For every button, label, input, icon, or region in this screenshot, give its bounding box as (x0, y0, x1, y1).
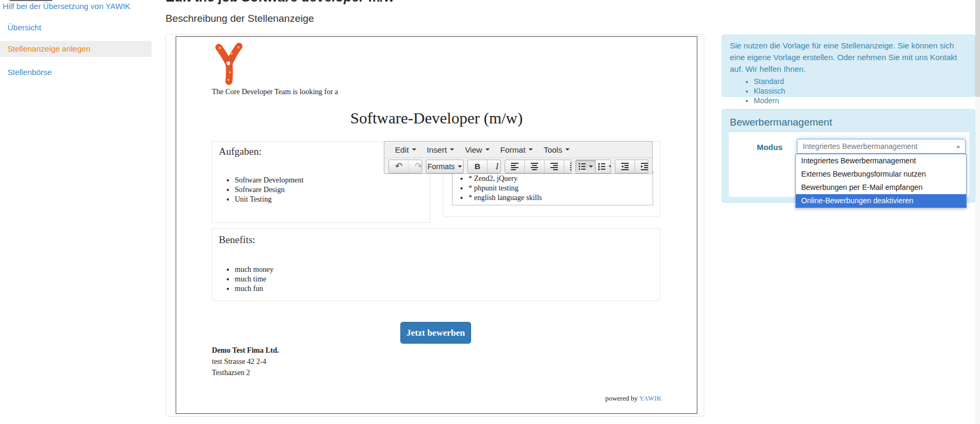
menu-label: Tools (543, 145, 562, 154)
align-left-button[interactable] (505, 160, 524, 173)
numbered-list-icon (598, 162, 605, 171)
align-center-icon (530, 162, 539, 171)
apply-button[interactable]: Jetzt bewerben (400, 322, 471, 344)
chevron-down-icon (565, 148, 570, 151)
company-name: Demo Test Fima Ltd. (212, 346, 279, 355)
editor-toolbar: EditInsertViewFormatTools ↶ ↷ Formats B … (384, 141, 653, 174)
template-link-modern[interactable]: Modern (754, 96, 779, 105)
align-right-button[interactable] (544, 160, 564, 173)
job-title: Software-Developer (m/w) (176, 109, 697, 127)
undo-button[interactable]: ↶ (389, 160, 408, 173)
outdent-button[interactable] (615, 160, 635, 173)
benefit-item: much fun (235, 284, 274, 294)
company-city: Testhazsen 2 (212, 369, 279, 377)
template-info-box: Sie nutzen die Vorlage für eine Stellena… (722, 35, 975, 97)
page-title-jobname: Software developer (242, 0, 365, 4)
align-justify-button[interactable] (564, 160, 572, 173)
requirements-editable-area[interactable]: * Zend2, jQuery* phpunit testing* englis… (452, 171, 653, 205)
job-preview-panel: The Core Developer Team is looking for a… (166, 34, 704, 417)
bold-icon: B (474, 162, 480, 171)
italic-icon: I (496, 162, 498, 171)
align-left-icon (510, 162, 519, 171)
scrollbar-thumb[interactable] (975, 0, 980, 97)
menu-insert[interactable]: Insert (422, 143, 460, 156)
template-link-item: Modern (754, 96, 967, 105)
modus-select-value: Integriertes Bewerbermanagement (797, 142, 956, 151)
sidebar-item-stellenboerse[interactable]: Stellenbörse (0, 64, 152, 80)
align-justify-icon (570, 162, 572, 171)
editor-menubar: EditInsertViewFormatTools (384, 142, 652, 158)
yawik-y-logo-icon (213, 42, 244, 86)
benefit-item: much time (235, 275, 274, 284)
modus-option[interactable]: Online-Bewerbungen deaktivieren (796, 194, 966, 207)
company-address: Demo Test Fima Ltd. test Strasse 42 2-4 … (212, 346, 279, 380)
chevron-down-icon (450, 148, 454, 151)
page-title-prefix: Edit the job (166, 0, 242, 4)
chevron-down-icon (529, 148, 533, 151)
powered-by-text: powered by (605, 394, 638, 402)
modus-select[interactable]: Integriertes Bewerbermanagement (797, 139, 966, 154)
menu-tools[interactable]: Tools (538, 143, 575, 156)
formats-dropdown[interactable]: Formats (426, 160, 463, 173)
app-root: Hilf bei der Übersetzung von YAWIK Übers… (0, 0, 980, 424)
modus-option[interactable]: Integriertes Bewerbermanagement (796, 154, 966, 168)
outdent-icon (621, 162, 629, 171)
chevron-down-icon (485, 148, 490, 151)
scrollbar-track[interactable] (975, 0, 980, 424)
modus-option[interactable]: Externes Bewerbungsformular nutzen (796, 168, 966, 181)
section-title: Beschreibung der Stellenanzeige (166, 13, 314, 24)
yawik-link[interactable]: YAWIK (639, 394, 662, 402)
chevron-down-icon (608, 165, 611, 168)
intro-line: The Core Developer Team is looking for a (212, 88, 338, 96)
modus-option[interactable]: Bewerbungen per E-Mail empfangen (796, 181, 966, 194)
bullet-list-icon (578, 162, 586, 171)
benefits-section[interactable]: Benefits: much moneymuch timemuch fun (212, 228, 660, 301)
template-link-standard[interactable]: Standard (754, 77, 784, 86)
italic-button[interactable]: I (487, 160, 501, 173)
requirement-item: * Zend2, jQuery (468, 174, 653, 184)
menu-view[interactable]: View (459, 143, 495, 156)
align-group (505, 160, 572, 173)
modus-label: Modus (735, 143, 783, 152)
translation-help-link[interactable]: Hilf bei der Übersetzung von YAWIK (3, 2, 130, 11)
template-link-item: Standard (754, 77, 967, 86)
menu-format[interactable]: Format (495, 143, 539, 156)
align-right-icon (550, 162, 558, 171)
bold-button[interactable]: B (468, 160, 487, 173)
menu-label: Edit (395, 145, 409, 154)
formats-group: Formats (426, 160, 463, 173)
template-link-klassisch[interactable]: Klassisch (754, 87, 785, 95)
numbered-list-button[interactable] (595, 160, 611, 173)
job-ad-preview: The Core Developer Team is looking for a… (176, 36, 697, 414)
chevron-down-icon (458, 165, 462, 168)
indent-button[interactable] (635, 160, 648, 173)
redo-button[interactable]: ↷ (408, 160, 422, 173)
indent-group (615, 160, 648, 173)
menu-label: Format (500, 145, 526, 154)
undo-redo-group: ↶ ↷ (389, 160, 422, 173)
redo-icon: ↷ (415, 162, 422, 171)
page-title-suffix: m/w (365, 0, 394, 4)
chevron-down-icon (412, 148, 416, 151)
chevron-down-icon (589, 165, 593, 168)
sidebar-nav: ÜbersichtStellenanzeige anlegenStellenbö… (0, 20, 152, 85)
tasks-list: Software DevelopmentSoftware DesignUnit … (212, 176, 303, 204)
sidebar-item-stellenanzeige-anlegen[interactable]: Stellenanzeige anlegen (0, 41, 152, 57)
bullet-list-button[interactable] (576, 160, 595, 173)
menu-edit[interactable]: Edit (390, 143, 422, 156)
powered-by: powered by YAWIK (605, 394, 662, 403)
benefit-item: much money (235, 265, 274, 275)
sidebar: Hilf bei der Übersetzung von YAWIK Übers… (0, 0, 160, 424)
chevron-up-icon (956, 145, 960, 148)
indent-icon (640, 162, 648, 171)
sidebar-item-uebersicht[interactable]: Übersicht (0, 20, 152, 36)
company-street: test Strasse 42 2-4 (212, 358, 279, 366)
requirement-item: * english language skills (468, 193, 653, 203)
template-link-item: Klassisch (754, 86, 967, 96)
menu-label: Insert (427, 145, 447, 154)
template-info-text: Sie nutzen die Vorlage für eine Stellena… (730, 40, 967, 75)
task-item: Unit Testing (235, 195, 303, 204)
align-center-button[interactable] (524, 160, 544, 173)
undo-icon: ↶ (395, 162, 402, 171)
requirement-item: * phpunit testing (468, 184, 653, 193)
